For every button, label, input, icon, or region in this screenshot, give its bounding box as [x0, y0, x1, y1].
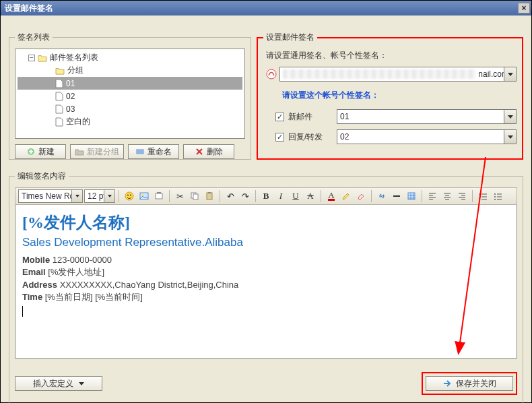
collapse-icon[interactable]: − — [28, 55, 35, 61]
document-icon — [55, 79, 63, 88]
tree-root[interactable]: − 邮件签名列表 — [18, 51, 242, 64]
delete-icon — [195, 147, 204, 156]
address-value: XXXXXXXXX,ChaoYang District,Beijing,Chin… — [60, 280, 239, 290]
table-icon[interactable] — [405, 189, 418, 203]
svg-rect-10 — [193, 194, 198, 199]
bullet-list-icon[interactable] — [491, 189, 504, 203]
dropdown-button[interactable] — [504, 67, 516, 81]
svg-point-2 — [267, 69, 276, 79]
paste-icon[interactable] — [203, 189, 216, 203]
signature-title: Sales Development Representative.Alibaba — [22, 236, 510, 249]
hr-icon[interactable] — [390, 189, 403, 203]
delete-button[interactable]: 删除 — [183, 144, 234, 159]
highlight-icon[interactable] — [339, 189, 353, 203]
insert-macro-button[interactable]: 插入宏定义 — [15, 376, 102, 391]
new-button-label: 新建 — [38, 146, 55, 158]
new-group-button[interactable]: 新建分组 — [70, 144, 124, 159]
tree-group[interactable]: 分组 — [18, 64, 242, 77]
newmail-select[interactable]: 01 — [337, 109, 517, 124]
mobile-key: Mobile — [22, 255, 50, 265]
svg-point-20 — [494, 199, 496, 200]
tree-group-label: 分组 — [67, 65, 84, 76]
delete-button-label: 删除 — [207, 146, 223, 158]
folder-icon — [55, 67, 65, 75]
replyfwd-value: 02 — [340, 132, 349, 142]
svg-rect-1 — [137, 150, 143, 154]
font-size-select[interactable]: 12 pt — [84, 189, 115, 203]
rename-icon — [135, 147, 145, 156]
svg-point-19 — [494, 196, 496, 197]
insert-macro-label: 插入宏定义 — [33, 378, 73, 390]
email-key: Email — [22, 267, 46, 277]
replyfwd-checkbox[interactable] — [275, 133, 284, 142]
signature-address: Address XXXXXXXXX,ChaoYang District,Beij… — [22, 280, 510, 290]
new-group-button-label: 新建分组 — [87, 146, 119, 158]
svg-point-18 — [494, 193, 496, 195]
tree-item-label: 03 — [66, 104, 75, 114]
separator — [472, 190, 473, 202]
eraser-icon[interactable] — [354, 189, 368, 203]
signature-settings-legend: 设置邮件签名 — [263, 32, 317, 43]
font-color-icon[interactable]: A — [325, 189, 338, 203]
signature-name: [%发件人名称] — [22, 212, 510, 233]
align-left-icon[interactable] — [426, 189, 439, 203]
signature-list-panel: 签名列表 − 邮件签名列表 分组 — [9, 32, 251, 160]
undo-icon[interactable]: ↶ — [224, 189, 237, 203]
italic-icon[interactable]: I — [274, 189, 288, 203]
signature-tree[interactable]: − 邮件签名列表 分组 01 — [15, 49, 245, 139]
redo-icon[interactable]: ↷ — [238, 189, 252, 203]
document-icon — [55, 117, 63, 127]
editor-toolbar: Times New Ro 12 pt ✂ — [15, 187, 517, 205]
replyfwd-select[interactable]: 02 — [337, 129, 517, 144]
image-icon[interactable] — [137, 189, 151, 203]
account-select[interactable]: nail.com> — [279, 67, 517, 82]
dropdown-button[interactable] — [71, 190, 82, 202]
save-close-button[interactable]: 保存并关闭 — [426, 376, 513, 391]
underline-icon[interactable]: U — [289, 189, 302, 203]
new-button[interactable]: 新建 — [15, 144, 66, 159]
account-app-icon — [266, 69, 277, 80]
tree-item[interactable]: 01 — [18, 77, 242, 90]
separator — [220, 190, 220, 202]
strikethrough-icon[interactable]: A — [304, 189, 317, 203]
cut-icon[interactable]: ✂ — [173, 189, 187, 203]
email-value: [%发件人地址] — [48, 267, 104, 277]
editor-content[interactable]: [%发件人名称] Sales Development Representativ… — [15, 205, 517, 359]
tree-item[interactable]: 02 — [18, 90, 242, 102]
numbered-list-icon[interactable]: 123 — [476, 189, 490, 203]
tree-item-label: 空白的 — [66, 116, 90, 127]
tree-root-label: 邮件签名列表 — [50, 52, 98, 63]
svg-point-4 — [127, 195, 129, 196]
rename-button[interactable]: 重命名 — [128, 144, 179, 159]
screenshot-icon[interactable] — [152, 189, 166, 203]
account-redacted — [283, 69, 475, 79]
separator — [169, 190, 170, 202]
svg-rect-6 — [140, 193, 148, 199]
signature-settings-panel: 设置邮件签名 请设置通用签名、帐号个性签名： nail.com> 请设置这个帐号… — [257, 32, 523, 160]
bold-icon[interactable]: B — [259, 189, 273, 203]
copy-icon[interactable] — [188, 189, 201, 203]
dropdown-button[interactable] — [504, 110, 516, 123]
titlebar: 设置邮件签名 × — [1, 1, 531, 16]
tree-item[interactable]: 空白的 — [18, 115, 242, 128]
font-family-select[interactable]: Times New Ro — [18, 189, 83, 203]
signature-email: Email [%发件人地址] — [22, 266, 510, 278]
close-button[interactable]: × — [518, 3, 530, 13]
time-value: [%当前日期] [%当前时间] — [45, 292, 143, 302]
align-center-icon[interactable] — [440, 189, 454, 203]
svg-rect-11 — [207, 193, 212, 199]
dropdown-button[interactable] — [104, 190, 114, 202]
save-arrow-icon — [442, 379, 452, 388]
time-key: Time — [22, 292, 42, 302]
newmail-checkbox[interactable] — [275, 113, 284, 121]
svg-text:3: 3 — [479, 197, 481, 201]
link-icon[interactable] — [375, 189, 389, 203]
font-family-value: Times New Ro — [22, 191, 74, 201]
folder-open-icon — [38, 54, 47, 62]
emoji-icon[interactable] — [123, 189, 136, 203]
tree-item[interactable]: 03 — [18, 102, 242, 115]
separator — [119, 190, 119, 202]
dropdown-button[interactable] — [504, 130, 516, 144]
tree-item-label: 01 — [66, 79, 75, 88]
align-right-icon[interactable] — [455, 189, 469, 203]
